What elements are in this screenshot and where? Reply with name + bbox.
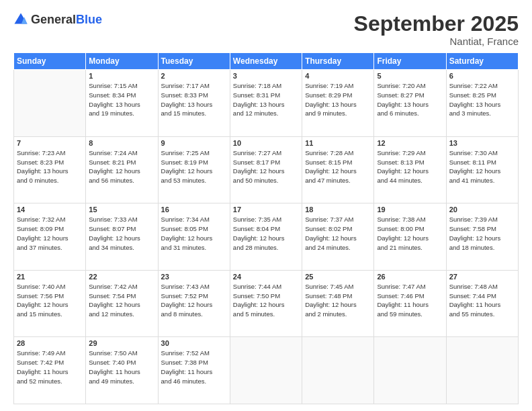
cell-content: Sunrise: 7:47 AM Sunset: 7:46 PM Dayligh… [377,282,443,319]
cell-content: Sunrise: 7:45 AM Sunset: 7:48 PM Dayligh… [305,282,371,319]
cell-content: Sunrise: 7:43 AM Sunset: 7:52 PM Dayligh… [161,282,227,319]
logo: GeneralBlue [13,12,102,27]
calendar-cell: 21Sunrise: 7:40 AM Sunset: 7:56 PM Dayli… [14,270,86,337]
header-monday: Monday [86,53,158,70]
day-number: 18 [305,205,371,214]
day-number: 1 [89,72,154,80]
day-number: 30 [161,339,227,347]
cell-content: Sunrise: 7:32 AM Sunset: 8:09 PM Dayligh… [17,215,83,252]
calendar-cell: 1Sunrise: 7:15 AM Sunset: 8:34 PM Daylig… [86,70,158,137]
header-thursday: Thursday [302,53,374,70]
day-number: 2 [161,72,227,80]
calendar-cell: 5Sunrise: 7:20 AM Sunset: 8:27 PM Daylig… [374,70,446,137]
calendar-cell: 27Sunrise: 7:48 AM Sunset: 7:44 PM Dayli… [446,270,518,337]
day-number: 11 [305,139,371,147]
cell-content: Sunrise: 7:15 AM Sunset: 8:34 PM Dayligh… [89,81,154,118]
day-number: 21 [17,273,83,281]
calendar-cell [374,337,446,404]
calendar-cell: 28Sunrise: 7:49 AM Sunset: 7:42 PM Dayli… [14,337,86,404]
day-number: 6 [449,72,515,80]
day-number: 13 [449,139,515,147]
calendar-cell: 6Sunrise: 7:22 AM Sunset: 8:25 PM Daylig… [446,70,518,137]
day-number: 5 [377,72,443,80]
week-row-4: 28Sunrise: 7:49 AM Sunset: 7:42 PM Dayli… [14,337,519,404]
calendar-cell: 16Sunrise: 7:34 AM Sunset: 8:05 PM Dayli… [158,203,230,271]
week-row-3: 21Sunrise: 7:40 AM Sunset: 7:56 PM Dayli… [14,270,519,337]
calendar-cell [14,70,86,137]
calendar-cell: 4Sunrise: 7:19 AM Sunset: 8:29 PM Daylig… [302,70,374,137]
day-number: 19 [377,205,443,214]
header-friday: Friday [374,53,446,70]
cell-content: Sunrise: 7:37 AM Sunset: 8:02 PM Dayligh… [305,215,371,252]
day-number: 17 [233,205,299,214]
cell-content: Sunrise: 7:42 AM Sunset: 7:54 PM Dayligh… [89,282,154,319]
calendar-cell: 24Sunrise: 7:44 AM Sunset: 7:50 PM Dayli… [230,270,302,337]
cell-content: Sunrise: 7:29 AM Sunset: 8:13 PM Dayligh… [377,148,443,185]
calendar-cell: 18Sunrise: 7:37 AM Sunset: 8:02 PM Dayli… [302,203,374,271]
day-number: 22 [89,273,154,281]
calendar-cell: 23Sunrise: 7:43 AM Sunset: 7:52 PM Dayli… [158,270,230,337]
calendar-cell: 30Sunrise: 7:52 AM Sunset: 7:38 PM Dayli… [158,337,230,404]
logo-text: GeneralBlue [31,13,102,27]
logo-blue: Blue [76,13,102,26]
day-number: 10 [233,139,299,147]
logo-general: General [31,13,76,26]
calendar-table: SundayMondayTuesdayWednesdayThursdayFrid… [13,52,519,404]
logo-icon [13,12,28,27]
page: GeneralBlue September 2025 Nantiat, Fran… [0,0,532,411]
calendar-cell: 25Sunrise: 7:45 AM Sunset: 7:48 PM Dayli… [302,270,374,337]
week-row-2: 14Sunrise: 7:32 AM Sunset: 8:09 PM Dayli… [14,203,519,271]
day-number: 15 [89,205,154,214]
header-saturday: Saturday [446,53,518,70]
day-number: 4 [305,72,371,80]
cell-content: Sunrise: 7:52 AM Sunset: 7:38 PM Dayligh… [161,349,227,385]
top-section: GeneralBlue September 2025 Nantiat, Fran… [13,12,519,47]
calendar-cell: 22Sunrise: 7:42 AM Sunset: 7:54 PM Dayli… [86,270,158,337]
calendar-cell: 26Sunrise: 7:47 AM Sunset: 7:46 PM Dayli… [374,270,446,337]
day-number: 8 [89,139,154,147]
cell-content: Sunrise: 7:30 AM Sunset: 8:11 PM Dayligh… [449,148,515,185]
cell-content: Sunrise: 7:20 AM Sunset: 8:27 PM Dayligh… [377,81,443,118]
calendar-cell: 8Sunrise: 7:24 AM Sunset: 8:21 PM Daylig… [86,136,158,203]
day-number: 27 [449,273,515,281]
cell-content: Sunrise: 7:25 AM Sunset: 8:19 PM Dayligh… [161,148,227,185]
cell-content: Sunrise: 7:44 AM Sunset: 7:50 PM Dayligh… [233,282,299,319]
header-row: SundayMondayTuesdayWednesdayThursdayFrid… [14,53,519,70]
cell-content: Sunrise: 7:17 AM Sunset: 8:33 PM Dayligh… [161,81,227,118]
day-number: 26 [377,273,443,281]
calendar-cell: 12Sunrise: 7:29 AM Sunset: 8:13 PM Dayli… [374,136,446,203]
cell-content: Sunrise: 7:24 AM Sunset: 8:21 PM Dayligh… [89,148,154,185]
cell-content: Sunrise: 7:38 AM Sunset: 8:00 PM Dayligh… [377,215,443,252]
cell-content: Sunrise: 7:22 AM Sunset: 8:25 PM Dayligh… [449,81,515,118]
calendar-cell: 11Sunrise: 7:28 AM Sunset: 8:15 PM Dayli… [302,136,374,203]
cell-content: Sunrise: 7:50 AM Sunset: 7:40 PM Dayligh… [89,349,154,385]
calendar-cell: 29Sunrise: 7:50 AM Sunset: 7:40 PM Dayli… [86,337,158,404]
calendar-cell: 3Sunrise: 7:18 AM Sunset: 8:31 PM Daylig… [230,70,302,137]
day-number: 9 [161,139,227,147]
month-title: September 2025 [354,12,519,36]
week-row-0: 1Sunrise: 7:15 AM Sunset: 8:34 PM Daylig… [14,70,519,137]
day-number: 23 [161,273,227,281]
calendar-cell: 13Sunrise: 7:30 AM Sunset: 8:11 PM Dayli… [446,136,518,203]
day-number: 25 [305,273,371,281]
cell-content: Sunrise: 7:33 AM Sunset: 8:07 PM Dayligh… [89,215,154,252]
cell-content: Sunrise: 7:19 AM Sunset: 8:29 PM Dayligh… [305,81,371,118]
cell-content: Sunrise: 7:40 AM Sunset: 7:56 PM Dayligh… [17,282,83,319]
day-number: 28 [17,339,83,347]
calendar-cell [446,337,518,404]
calendar-cell: 2Sunrise: 7:17 AM Sunset: 8:33 PM Daylig… [158,70,230,137]
location-subtitle: Nantiat, France [354,36,519,47]
header-sunday: Sunday [14,53,86,70]
cell-content: Sunrise: 7:18 AM Sunset: 8:31 PM Dayligh… [233,81,299,118]
cell-content: Sunrise: 7:49 AM Sunset: 7:42 PM Dayligh… [17,349,83,385]
cell-content: Sunrise: 7:35 AM Sunset: 8:04 PM Dayligh… [233,215,299,252]
day-number: 20 [449,205,515,214]
cell-content: Sunrise: 7:28 AM Sunset: 8:15 PM Dayligh… [305,148,371,185]
calendar-cell: 15Sunrise: 7:33 AM Sunset: 8:07 PM Dayli… [86,203,158,271]
header-tuesday: Tuesday [158,53,230,70]
calendar-cell: 19Sunrise: 7:38 AM Sunset: 8:00 PM Dayli… [374,203,446,271]
day-number: 3 [233,72,299,80]
calendar-cell: 14Sunrise: 7:32 AM Sunset: 8:09 PM Dayli… [14,203,86,271]
day-number: 12 [377,139,443,147]
day-number: 14 [17,205,83,214]
